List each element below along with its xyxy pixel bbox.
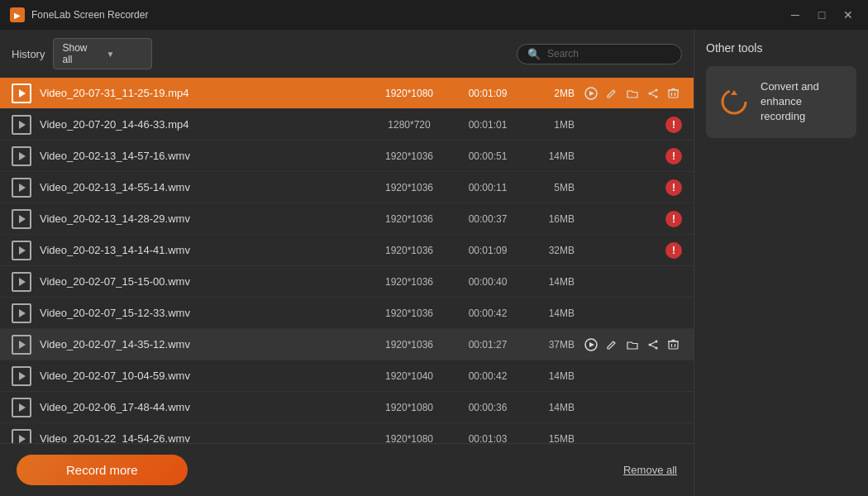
table-row[interactable]: Video_20-02-13_14-55-14.wmv1920*103600:0… [0,172,694,203]
play-button[interactable] [583,335,600,355]
bottom-bar: Record more Remove all [0,443,694,496]
file-size: 32MB [525,245,575,256]
table-row[interactable]: Video_20-07-20_14-46-33.mp41280*72000:01… [0,109,694,141]
minimize-button[interactable]: ─ [785,5,805,25]
file-video-icon [12,146,31,166]
right-panel: Other tools Convert and enhance recordin… [694,30,868,496]
table-row[interactable]: Video_20-02-13_14-57-16.wmv1920*103600:0… [0,141,694,172]
file-resolution: 1920*1036 [368,150,451,162]
file-duration: 00:01:27 [451,339,525,351]
svg-rect-7 [669,90,678,98]
file-name: Video_20-02-06_17-48-44.wmv [40,401,368,413]
file-duration: 00:01:01 [451,119,525,131]
search-input[interactable] [547,48,671,60]
file-size: 14MB [525,276,575,288]
file-resolution: 1920*1040 [368,370,451,382]
chevron-down-icon: ▼ [106,50,143,59]
file-size: 2MB [525,88,575,99]
error-badge: ! [665,211,682,227]
app-icon: ▶ [10,7,25,22]
file-video-icon [12,83,31,103]
svg-rect-19 [669,341,678,349]
file-resolution: 1920*1080 [368,433,451,444]
play-button[interactable] [583,83,600,103]
file-duration: 00:00:37 [451,213,525,225]
filter-dropdown[interactable]: Show all ▼ [53,38,152,69]
file-resolution: 1920*1036 [368,245,451,256]
table-row[interactable]: Video_20-07-31_11-25-19.mp41920*108000:0… [0,78,694,109]
edit-button[interactable] [603,335,621,355]
file-name: Video_20-07-31_11-25-19.mp4 [40,87,368,99]
file-resolution: 1280*720 [368,119,451,131]
file-resolution: 1920*1036 [368,276,451,288]
file-name: Video_20-02-13_14-28-29.wmv [40,212,368,225]
svg-line-5 [650,90,656,93]
file-actions: ! [583,211,682,227]
table-row[interactable]: Video_20-02-13_14-28-29.wmv1920*103600:0… [0,203,694,235]
remove-all-button[interactable]: Remove all [623,464,677,476]
maximize-button[interactable]: □ [812,5,832,25]
file-resolution: 1920*1036 [368,339,451,351]
file-size: 1MB [525,119,575,131]
file-video-icon [12,272,31,292]
table-row[interactable]: Video_20-02-07_10-04-59.wmv1920*104000:0… [0,360,694,392]
file-resolution: 1920*1036 [368,308,451,319]
record-more-button[interactable]: Record more [17,455,188,485]
file-name: Video_20-07-20_14-46-33.mp4 [40,118,368,131]
svg-line-18 [650,345,656,348]
file-name: Video_20-02-13_14-14-41.wmv [40,244,368,256]
file-size: 14MB [525,150,575,162]
search-box[interactable]: 🔍 [517,44,682,64]
file-list: Video_20-07-31_11-25-19.mp41920*108000:0… [0,78,694,443]
file-actions: ! [583,242,682,259]
file-duration: 00:01:09 [451,88,525,99]
convert-label: Convert and enhance recording [761,79,845,125]
file-size: 14MB [525,308,575,319]
folder-button[interactable] [624,83,641,103]
share-button[interactable] [644,83,661,103]
file-duration: 00:00:36 [451,402,525,413]
edit-button[interactable] [603,83,621,103]
file-name: Video_20-02-07_15-12-33.wmv [40,307,368,319]
table-row[interactable]: Video_20-02-13_14-14-41.wmv1920*103600:0… [0,235,694,266]
file-resolution: 1920*1036 [368,213,451,225]
file-video-icon [12,366,31,386]
share-button[interactable] [644,335,661,355]
main-content: History Show all ▼ 🔍 Video_20-07-31_11-2… [0,30,868,496]
file-duration: 00:01:09 [451,245,525,256]
file-video-icon [12,429,31,444]
table-row[interactable]: Video_20-02-07_15-12-33.wmv1920*103600:0… [0,298,694,329]
svg-line-6 [650,93,656,97]
table-row[interactable]: Video_20-02-07_14-35-12.wmv1920*103600:0… [0,329,694,360]
delete-button[interactable] [665,335,682,355]
close-button[interactable]: ✕ [838,5,858,25]
filter-value: Show all [62,42,99,65]
file-duration: 00:01:03 [451,433,525,444]
convert-enhance-tool[interactable]: Convert and enhance recording [706,66,856,138]
search-icon: 🔍 [527,48,541,60]
file-resolution: 1920*1080 [368,402,451,413]
window-controls: ─ □ ✕ [785,5,858,25]
file-size: 16MB [525,213,575,225]
error-badge: ! [665,242,682,259]
svg-line-17 [650,341,656,345]
file-actions [583,335,682,355]
file-name: Video_20-02-07_14-35-12.wmv [40,338,368,351]
file-duration: 00:00:40 [451,276,525,288]
table-row[interactable]: Video_20-01-22_14-54-26.wmv1920*108000:0… [0,423,694,443]
file-size: 15MB [525,433,575,444]
file-video-icon [12,241,31,260]
svg-marker-13 [589,342,594,347]
file-video-icon [12,303,31,323]
file-size: 14MB [525,370,575,382]
file-actions: ! [583,148,682,165]
file-actions: ! [583,117,682,133]
delete-button[interactable] [665,83,682,103]
table-row[interactable]: Video_20-02-06_17-48-44.wmv1920*108000:0… [0,392,694,423]
folder-button[interactable] [624,335,641,355]
table-row[interactable]: Video_20-02-07_15-15-00.wmv1920*103600:0… [0,266,694,298]
history-bar: History Show all ▼ 🔍 [0,30,694,78]
title-bar-left: ▶ FoneLab Screen Recorder [10,7,148,22]
file-name: Video_20-02-07_10-04-59.wmv [40,370,368,382]
file-duration: 00:00:42 [451,370,525,382]
